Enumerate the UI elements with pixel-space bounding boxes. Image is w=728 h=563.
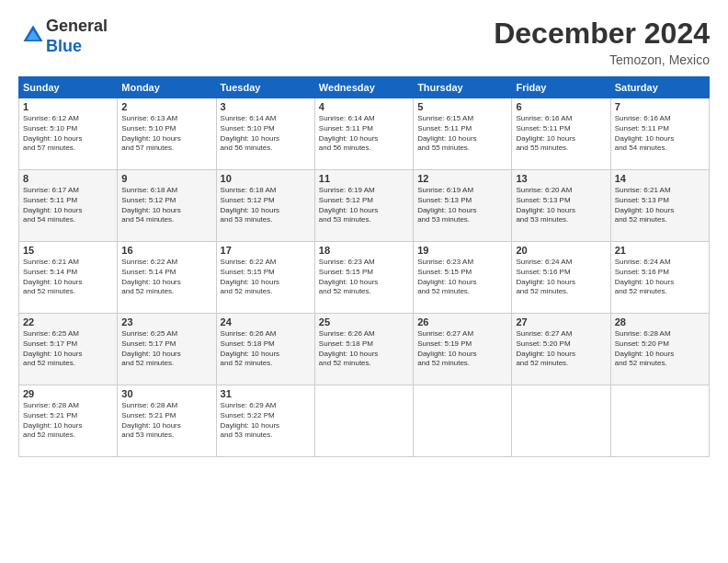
table-row: 8Sunrise: 6:17 AM Sunset: 5:11 PM Daylig… (19, 170, 118, 242)
day-number: 4 (319, 101, 409, 112)
day-number: 28 (615, 316, 705, 327)
day-info: Sunrise: 6:15 AM Sunset: 5:11 PM Dayligh… (417, 114, 507, 154)
day-info: Sunrise: 6:23 AM Sunset: 5:15 PM Dayligh… (417, 258, 507, 297)
calendar-week-row: 1Sunrise: 6:12 AM Sunset: 5:10 PM Daylig… (19, 98, 710, 170)
col-saturday: Saturday (610, 77, 709, 98)
day-number: 16 (121, 245, 211, 256)
day-info: Sunrise: 6:22 AM Sunset: 5:15 PM Dayligh… (221, 258, 311, 297)
table-row: 13Sunrise: 6:20 AM Sunset: 5:13 PM Dayli… (512, 170, 610, 242)
day-info: Sunrise: 6:25 AM Sunset: 5:17 PM Dayligh… (121, 329, 211, 369)
table-row: 9Sunrise: 6:18 AM Sunset: 5:12 PM Daylig… (118, 170, 216, 242)
day-number: 7 (615, 101, 705, 112)
day-info: Sunrise: 6:25 AM Sunset: 5:17 PM Dayligh… (23, 329, 113, 369)
table-row (610, 385, 709, 457)
table-row: 19Sunrise: 6:23 AM Sunset: 5:15 PM Dayli… (414, 242, 512, 314)
day-info: Sunrise: 6:12 AM Sunset: 5:10 PM Dayligh… (23, 114, 113, 154)
day-info: Sunrise: 6:18 AM Sunset: 5:12 PM Dayligh… (121, 186, 211, 225)
day-number: 6 (516, 101, 606, 112)
calendar-week-row: 8Sunrise: 6:17 AM Sunset: 5:11 PM Daylig… (19, 170, 710, 242)
day-info: Sunrise: 6:16 AM Sunset: 5:11 PM Dayligh… (516, 114, 606, 154)
day-info: Sunrise: 6:18 AM Sunset: 5:12 PM Dayligh… (221, 186, 311, 225)
table-row: 25Sunrise: 6:26 AM Sunset: 5:18 PM Dayli… (314, 314, 413, 385)
day-info: Sunrise: 6:27 AM Sunset: 5:20 PM Dayligh… (516, 329, 606, 369)
day-info: Sunrise: 6:21 AM Sunset: 5:14 PM Dayligh… (23, 258, 113, 297)
month-title: December 2024 (494, 17, 710, 51)
table-row: 11Sunrise: 6:19 AM Sunset: 5:12 PM Dayli… (314, 170, 413, 242)
calendar: Sunday Monday Tuesday Wednesday Thursday… (18, 76, 710, 457)
day-info: Sunrise: 6:13 AM Sunset: 5:10 PM Dayligh… (121, 114, 211, 154)
day-info: Sunrise: 6:29 AM Sunset: 5:22 PM Dayligh… (221, 401, 311, 441)
table-row: 21Sunrise: 6:24 AM Sunset: 5:16 PM Dayli… (610, 242, 709, 314)
table-row: 29Sunrise: 6:28 AM Sunset: 5:21 PM Dayli… (19, 385, 118, 457)
table-row: 31Sunrise: 6:29 AM Sunset: 5:22 PM Dayli… (216, 385, 314, 457)
day-number: 22 (23, 316, 113, 327)
table-row: 22Sunrise: 6:25 AM Sunset: 5:17 PM Dayli… (19, 314, 118, 385)
day-number: 17 (221, 245, 311, 256)
table-row: 20Sunrise: 6:24 AM Sunset: 5:16 PM Dayli… (512, 242, 610, 314)
page: General Blue December 2024 Temozon, Mexi… (0, 0, 728, 563)
table-row: 27Sunrise: 6:27 AM Sunset: 5:20 PM Dayli… (512, 314, 610, 385)
header: General Blue December 2024 Temozon, Mexi… (18, 17, 710, 67)
location-title: Temozon, Mexico (494, 52, 710, 67)
day-info: Sunrise: 6:22 AM Sunset: 5:14 PM Dayligh… (121, 258, 211, 297)
day-number: 21 (615, 245, 705, 256)
table-row: 24Sunrise: 6:26 AM Sunset: 5:18 PM Dayli… (216, 314, 314, 385)
day-info: Sunrise: 6:28 AM Sunset: 5:20 PM Dayligh… (615, 329, 705, 369)
day-info: Sunrise: 6:21 AM Sunset: 5:13 PM Dayligh… (615, 186, 705, 225)
day-info: Sunrise: 6:19 AM Sunset: 5:13 PM Dayligh… (417, 186, 507, 225)
table-row: 18Sunrise: 6:23 AM Sunset: 5:15 PM Dayli… (314, 242, 413, 314)
table-row (414, 385, 512, 457)
logo-text: General Blue (46, 17, 108, 56)
col-monday: Monday (118, 77, 216, 98)
col-thursday: Thursday (414, 77, 512, 98)
day-number: 2 (121, 101, 211, 112)
logo: General Blue (18, 17, 108, 56)
day-info: Sunrise: 6:16 AM Sunset: 5:11 PM Dayligh… (615, 114, 705, 154)
col-wednesday: Wednesday (314, 77, 413, 98)
day-info: Sunrise: 6:14 AM Sunset: 5:10 PM Dayligh… (221, 114, 311, 154)
table-row: 6Sunrise: 6:16 AM Sunset: 5:11 PM Daylig… (512, 98, 610, 170)
day-number: 29 (23, 388, 113, 399)
table-row: 5Sunrise: 6:15 AM Sunset: 5:11 PM Daylig… (414, 98, 512, 170)
title-section: December 2024 Temozon, Mexico (494, 17, 710, 67)
day-number: 23 (121, 316, 211, 327)
table-row: 12Sunrise: 6:19 AM Sunset: 5:13 PM Dayli… (414, 170, 512, 242)
table-row (314, 385, 413, 457)
day-number: 27 (516, 316, 606, 327)
day-info: Sunrise: 6:27 AM Sunset: 5:19 PM Dayligh… (417, 329, 507, 369)
day-info: Sunrise: 6:20 AM Sunset: 5:13 PM Dayligh… (516, 186, 606, 225)
col-sunday: Sunday (19, 77, 118, 98)
col-friday: Friday (512, 77, 610, 98)
table-row: 30Sunrise: 6:28 AM Sunset: 5:21 PM Dayli… (118, 385, 216, 457)
table-row: 2Sunrise: 6:13 AM Sunset: 5:10 PM Daylig… (118, 98, 216, 170)
calendar-week-row: 29Sunrise: 6:28 AM Sunset: 5:21 PM Dayli… (19, 385, 710, 457)
day-info: Sunrise: 6:24 AM Sunset: 5:16 PM Dayligh… (615, 258, 705, 297)
table-row: 16Sunrise: 6:22 AM Sunset: 5:14 PM Dayli… (118, 242, 216, 314)
day-info: Sunrise: 6:24 AM Sunset: 5:16 PM Dayligh… (516, 258, 606, 297)
logo-general: General (46, 17, 108, 35)
table-row: 4Sunrise: 6:14 AM Sunset: 5:11 PM Daylig… (314, 98, 413, 170)
table-row: 23Sunrise: 6:25 AM Sunset: 5:17 PM Dayli… (118, 314, 216, 385)
logo-icon (20, 22, 46, 48)
day-number: 5 (417, 101, 507, 112)
table-row: 28Sunrise: 6:28 AM Sunset: 5:20 PM Dayli… (610, 314, 709, 385)
day-number: 15 (23, 245, 113, 256)
table-row: 17Sunrise: 6:22 AM Sunset: 5:15 PM Dayli… (216, 242, 314, 314)
table-row: 7Sunrise: 6:16 AM Sunset: 5:11 PM Daylig… (610, 98, 709, 170)
day-info: Sunrise: 6:17 AM Sunset: 5:11 PM Dayligh… (23, 186, 113, 225)
day-number: 24 (221, 316, 311, 327)
day-number: 18 (319, 245, 409, 256)
col-tuesday: Tuesday (216, 77, 314, 98)
day-number: 30 (121, 388, 211, 399)
table-row: 14Sunrise: 6:21 AM Sunset: 5:13 PM Dayli… (610, 170, 709, 242)
table-row: 3Sunrise: 6:14 AM Sunset: 5:10 PM Daylig… (216, 98, 314, 170)
day-number: 31 (221, 388, 311, 399)
calendar-week-row: 15Sunrise: 6:21 AM Sunset: 5:14 PM Dayli… (19, 242, 710, 314)
day-number: 11 (319, 173, 409, 184)
day-info: Sunrise: 6:19 AM Sunset: 5:12 PM Dayligh… (319, 186, 409, 225)
day-number: 9 (121, 173, 211, 184)
day-number: 13 (516, 173, 606, 184)
table-row: 15Sunrise: 6:21 AM Sunset: 5:14 PM Dayli… (19, 242, 118, 314)
table-row: 26Sunrise: 6:27 AM Sunset: 5:19 PM Dayli… (414, 314, 512, 385)
day-number: 10 (221, 173, 311, 184)
